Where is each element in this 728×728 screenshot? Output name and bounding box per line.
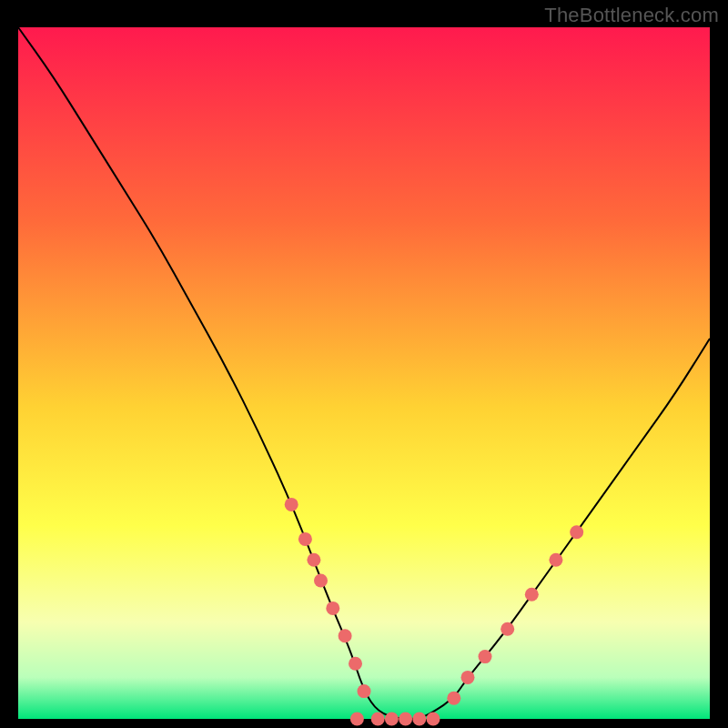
data-dot <box>385 713 399 726</box>
data-dot <box>479 650 492 663</box>
data-dot <box>461 671 475 684</box>
data-dot <box>412 713 426 726</box>
data-dot <box>350 713 364 726</box>
data-dot <box>525 588 539 602</box>
data-dot <box>358 684 371 698</box>
data-dot <box>339 629 352 642</box>
data-dot <box>285 498 298 511</box>
data-dot <box>307 553 320 567</box>
data-dot <box>349 657 362 671</box>
data-dot <box>427 713 440 726</box>
data-dot <box>447 692 460 705</box>
data-dot <box>371 713 385 726</box>
plot-background <box>18 27 710 719</box>
data-dot <box>570 525 583 539</box>
data-dot <box>549 553 562 567</box>
data-dot <box>399 713 412 726</box>
data-dot <box>314 574 328 588</box>
bottleneck-chart <box>0 0 728 728</box>
data-dot <box>326 602 339 615</box>
chart-frame: { "watermark": "TheBottleneck.com", "col… <box>0 0 728 728</box>
data-dot <box>500 622 514 636</box>
data-dot <box>298 532 312 546</box>
